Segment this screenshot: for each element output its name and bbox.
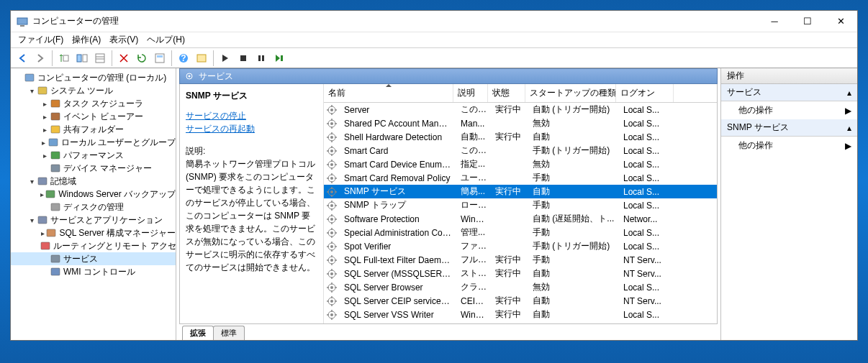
pause-service-button[interactable] — [253, 50, 270, 67]
stop-service-link[interactable]: サービスの停止 — [186, 109, 317, 122]
service-row[interactable]: Spot Verifierファイ...手動 (トリガー開始)Local S... — [324, 239, 717, 253]
tree-item-label: イベント ビューアー — [63, 111, 143, 123]
tree-item[interactable]: ▸イベント ビューアー — [11, 110, 176, 123]
svg-rect-11 — [240, 55, 246, 61]
actions-more-1[interactable]: 他の操作▶ — [721, 101, 857, 119]
tree-item[interactable]: ▸SQL Server 構成マネージャー — [11, 226, 176, 239]
forward-button[interactable] — [32, 50, 49, 67]
cell-logon: NT Serv... — [619, 296, 677, 306]
minimize-button[interactable]: ─ — [758, 11, 791, 32]
restart-service-button[interactable] — [271, 50, 288, 67]
expand-icon[interactable]: ▾ — [27, 178, 37, 185]
service-row[interactable]: Software ProtectionWind...自動 (遅延開始、ト...N… — [324, 212, 717, 226]
menu-action[interactable]: 操作(A) — [68, 32, 105, 47]
service-row[interactable]: Special Administration Cons...管理...手動Loc… — [324, 226, 717, 239]
expand-icon[interactable]: ▸ — [40, 229, 45, 237]
svg-rect-30 — [51, 268, 60, 275]
menu-view[interactable]: 表示(V) — [105, 32, 143, 47]
close-button[interactable]: ✕ — [824, 11, 857, 32]
perf-icon — [50, 150, 61, 161]
column-logon[interactable]: ログオン — [616, 84, 674, 102]
stop-service-button[interactable] — [235, 50, 252, 67]
cell-startup: 自動 — [528, 295, 619, 307]
titlebar: コンピューターの管理 ─ ☐ ✕ — [11, 11, 857, 32]
column-name[interactable]: 名前 — [324, 84, 453, 102]
properties-button[interactable] — [151, 50, 168, 67]
actions-title: 操作 — [721, 68, 857, 84]
expand-icon[interactable]: ▸ — [40, 139, 48, 147]
cell-name: Spot Verifier — [340, 242, 456, 252]
back-button[interactable] — [14, 50, 31, 67]
tree-item[interactable]: ▸共有フォルダー — [11, 123, 176, 136]
service-row[interactable]: SNMP サービス簡易...実行中自動Local S... — [324, 185, 717, 198]
tree-item[interactable]: ▸タスク スケジューラ — [11, 97, 176, 110]
navigation-tree[interactable]: コンピューターの管理 (ローカル)▾システム ツール▸タスク スケジューラ▸イベ… — [11, 68, 176, 340]
delete-button[interactable] — [115, 50, 132, 67]
column-description[interactable]: 説明 — [453, 84, 488, 102]
expand-icon[interactable]: ▸ — [40, 190, 45, 198]
tree-item[interactable]: コンピューターの管理 (ローカル) — [11, 71, 176, 84]
expand-icon[interactable]: ▾ — [27, 216, 37, 224]
tree-item[interactable]: WMI コントロール — [11, 265, 176, 278]
maximize-button[interactable]: ☐ — [791, 11, 824, 32]
column-status[interactable]: 状態 — [488, 84, 525, 102]
refresh-button[interactable] — [133, 50, 150, 67]
start-service-button[interactable] — [217, 50, 234, 67]
service-row[interactable]: SQL Full-text Filter Daemon ...フルテ...実行中… — [324, 253, 717, 267]
svg-rect-19 — [51, 126, 60, 133]
cell-desc: Wind... — [456, 214, 491, 224]
tree-item[interactable]: ▸パフォーマンス — [11, 149, 176, 162]
service-row[interactable]: Smart Card Removal Policyユーザ...手動Local S… — [324, 171, 717, 185]
service-row[interactable]: SNMP トラップローカ...手動Local S... — [324, 198, 717, 212]
expand-icon[interactable]: ▾ — [27, 87, 37, 95]
settings-button[interactable] — [193, 50, 210, 67]
service-row[interactable]: Smart Card Device Enumera...指定...無効Local… — [324, 157, 717, 171]
actions-more-2[interactable]: 他の操作▶ — [721, 137, 857, 155]
cell-startup: 自動 — [528, 131, 619, 143]
expand-icon[interactable]: ▸ — [40, 100, 50, 108]
menu-file[interactable]: ファイル(F) — [14, 32, 68, 47]
cell-desc: 管理... — [456, 226, 491, 239]
expand-icon[interactable]: ▸ — [40, 113, 50, 121]
service-row[interactable]: SQL Server VSS WriterWind...実行中自動Local S… — [324, 308, 717, 321]
column-startup[interactable]: スタートアップの種類 — [525, 84, 616, 102]
svg-rect-12 — [258, 55, 261, 61]
tree-item[interactable]: サービス — [11, 252, 176, 265]
svg-rect-7 — [157, 55, 163, 58]
tab-extended[interactable]: 拡張 — [182, 326, 214, 340]
collapse-icon: ▴ — [847, 88, 851, 98]
expand-icon[interactable]: ▸ — [40, 152, 50, 160]
cell-startup: 自動 — [528, 308, 619, 321]
actions-section-snmp[interactable]: SNMP サービス▴ — [721, 119, 857, 137]
tree-item[interactable]: ▸Windows Server バックアップ — [11, 188, 176, 201]
service-row[interactable]: SQL Server (MSSQLSERVER)ストレ...実行中自動NT Se… — [324, 267, 717, 280]
tree-item[interactable]: デバイス マネージャー — [11, 162, 176, 175]
services-list[interactable]: 名前 説明 状態 スタートアップの種類 ログオン Serverこのコ...実行中… — [324, 84, 717, 323]
tree-item[interactable]: ▾サービスとアプリケーション — [11, 213, 176, 226]
service-row[interactable]: SQL Server Browserクライ...無効Local S... — [324, 280, 717, 294]
expand-icon[interactable]: ▸ — [40, 126, 50, 134]
tree-item[interactable]: ルーティングとリモート アクセス — [11, 239, 176, 252]
service-row[interactable]: Serverこのコ...実行中自動 (トリガー開始)Local S... — [324, 103, 717, 116]
service-row[interactable]: Shared PC Account ManagerMan...無効Local S… — [324, 116, 717, 130]
service-row[interactable]: Smart Cardこのコ...手動 (トリガー開始)Local S... — [324, 144, 717, 157]
sql-icon — [45, 227, 57, 239]
tree-item[interactable]: ▾システム ツール — [11, 84, 176, 97]
tree-item[interactable]: ▸ローカル ユーザーとグループ — [11, 136, 176, 149]
tree-item[interactable]: ▾記憶域 — [11, 175, 176, 188]
show-hide-actions-button[interactable] — [73, 50, 91, 67]
restart-service-link[interactable]: サービスの再起動 — [186, 122, 317, 135]
tree-item[interactable]: ディスクの管理 — [11, 201, 176, 213]
tab-standard[interactable]: 標準 — [213, 326, 245, 340]
service-row[interactable]: Shell Hardware Detection自動...実行中自動Local … — [324, 130, 717, 144]
help-button[interactable]: ? — [175, 50, 192, 67]
show-hide-tree-button[interactable] — [55, 50, 73, 67]
actions-section-services[interactable]: サービス▴ — [721, 84, 857, 101]
tools-icon — [37, 85, 48, 96]
svg-rect-18 — [51, 113, 60, 120]
export-list-button[interactable] — [91, 50, 109, 67]
service-row[interactable]: SQL Server CEIP service (MS...CEIP ...実行… — [324, 294, 717, 308]
menu-help[interactable]: ヘルプ(H) — [143, 32, 189, 47]
gear-icon — [326, 309, 338, 321]
service-detail-pane: SNMP サービス サービスの停止 サービスの再起動 説明: 簡易ネットワーク管… — [180, 84, 324, 323]
